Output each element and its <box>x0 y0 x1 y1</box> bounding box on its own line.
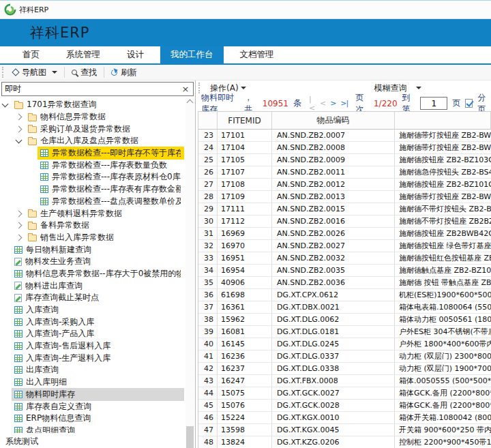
item-code-cell[interactable]: AN.SND.ZB2.0035 <box>272 265 395 277</box>
rownum-cell[interactable]: 40 <box>198 338 218 350</box>
item-code-cell[interactable]: DG.XT.GCK.0027 <box>272 387 395 400</box>
table-row[interactable]: 4813824DG.XT.KZG.0206控制柜 2200*900*450带10… <box>198 436 491 448</box>
item-code-cell[interactable]: AN.SND.ZB2.0015 <box>272 203 395 215</box>
tree-item[interactable]: 物料信息异常数据 <box>0 111 184 123</box>
find-button[interactable]: 查找 <box>66 65 102 80</box>
item-name-cell[interactable]: 施耐德按钮座 ZB2-BZ103C <box>395 154 491 166</box>
table-row[interactable]: 3661698DG.XT.CPX.0612机柜(ES柜)1900*600*500… <box>198 289 491 301</box>
tree-item[interactable]: 入库查询-采购入库 <box>0 316 184 328</box>
tree-item[interactable]: 盘点明细查询 <box>0 425 184 433</box>
tree-item[interactable]: 物料进出库查询 <box>0 280 184 292</box>
table-row[interactable]: 2317101AN.SND.ZB2.0007施耐德带灯按钮座 ZB2-BWM31… <box>198 130 491 142</box>
item-name-cell[interactable]: 机柜(ES柜)1900*600*500+100底 <box>395 289 491 301</box>
fitemid-cell[interactable]: 17101 <box>218 130 272 142</box>
item-code-cell[interactable]: DG.XT.CPX.0612 <box>272 289 395 301</box>
table-row[interactable]: 4316247DG.XT.FBX.0008箱体.0050555 (500*500… <box>198 375 491 387</box>
item-name-cell[interactable]: 施耐德急停按钮头 ZB2-BS44C <box>395 166 491 179</box>
item-code-cell[interactable]: AN.SND.ZB2.0012 <box>272 179 395 191</box>
rownum-cell[interactable]: 46 <box>198 412 218 424</box>
table-row[interactable]: 3716361DG.XT.DBX.0021箱体电表箱.1080064 (550*… <box>198 301 491 314</box>
goto-page-input[interactable] <box>420 97 447 110</box>
fitemid-cell[interactable]: 13598 <box>218 424 272 436</box>
nav-map-dropdown-caret[interactable] <box>52 71 57 74</box>
tree-item[interactable]: 异常数据检查---库存表原材料仓0库存金额异常 <box>0 171 184 183</box>
tab-document-management[interactable]: 文档管理 <box>230 46 284 63</box>
tree-item[interactable]: 异常数据检查---盘点表调整数单价及调整金额为 <box>0 196 184 208</box>
fitemid-cell[interactable]: 16951 <box>218 252 272 265</box>
item-code-cell[interactable]: DG.XT.KZG.0206 <box>272 436 395 448</box>
item-name-cell[interactable]: 施耐德不带灯按钮座 ZB2BZ101C <box>395 215 491 228</box>
table-row[interactable]: 3116969AN.SND.ZB2.0026施耐德按钮座 ZB2BWB42C <box>198 228 491 240</box>
table-row[interactable]: 3216970AN.SND.ZB2.0027施耐德按钮座 绿色带灯基座 ZB2B… <box>198 240 491 252</box>
item-name-cell[interactable]: 箱体.0050555 (500*500*230) <box>395 375 491 387</box>
table-row[interactable]: 4615224DG.XT.KGX.0010箱体开关箱.1080042 (800*… <box>198 412 491 424</box>
item-name-cell[interactable]: 施耐德按钮红色按钮基座 ZB2BWB <box>395 252 491 265</box>
rownum-cell[interactable]: 32 <box>198 240 218 252</box>
fitemid-cell[interactable]: 17112 <box>218 215 272 228</box>
prev-page-button[interactable]: < <box>320 99 325 108</box>
rownum-cell[interactable]: 48 <box>198 436 218 448</box>
tree-item[interactable]: 异常数据检查---即时库存不等于库存表库存 <box>0 147 184 160</box>
fitemid-cell[interactable]: 15962 <box>218 314 272 326</box>
expand-icon[interactable] <box>16 234 23 241</box>
item-name-cell[interactable]: 施耐德按钮座 ZB2BWB42C <box>395 228 491 240</box>
rownum-cell[interactable]: 39 <box>198 326 218 338</box>
rownum-cell[interactable]: 35 <box>198 277 218 289</box>
item-name-cell[interactable]: 施耐德带灯按钮座 ZB2-BWM42C <box>395 142 491 154</box>
rownum-cell[interactable]: 37 <box>198 301 218 314</box>
tree-item[interactable]: 备料异常数据 <box>0 220 184 232</box>
fitemid-cell[interactable]: 13824 <box>218 436 272 448</box>
item-name-cell[interactable]: 控制柜 2200*900*450带10#底座/ <box>395 436 491 448</box>
rownum-cell[interactable]: 30 <box>198 215 218 228</box>
item-code-cell[interactable]: AN.SND.ZB2.0009 <box>272 154 395 166</box>
tree-item-content[interactable]: 销售出入库异常数据 <box>25 231 184 244</box>
table-row[interactable]: 3017112AN.SND.ZB2.0016施耐德不带灯按钮座 ZB2BZ101… <box>198 215 491 228</box>
tree-item[interactable]: 每日物料新建查询 <box>0 243 184 256</box>
item-name-cell[interactable]: 施耐德带灯按钮座 ZB2-BWM41C <box>395 191 491 203</box>
item-code-cell[interactable]: AN.SND.ZB2.0011 <box>272 166 395 179</box>
rownum-cell[interactable]: 42 <box>198 363 218 375</box>
fitemid-cell[interactable]: 16970 <box>218 240 272 252</box>
expand-icon[interactable] <box>16 114 23 121</box>
item-code-cell[interactable]: DG.XT.DLG.0062 <box>272 314 395 326</box>
tree-item[interactable]: 出库查询 <box>0 364 184 376</box>
tree-item-content[interactable]: 盘点明细查询 <box>12 424 184 433</box>
tree-item-content[interactable]: 仓库出入库及盘点异常数据 <box>25 134 184 147</box>
tree-item[interactable]: 入库查询-售后退料入库 <box>0 340 184 353</box>
tree-item-content[interactable]: 采购订单及退货异常数据 <box>25 123 184 136</box>
table-row[interactable]: 2617107AN.SND.ZB2.0011施耐德急停按钮头 ZB2-BS44C <box>198 166 491 179</box>
table-row[interactable]: 2917111AN.SND.ZB2.0015施耐德不带灯按钮头 ZB2-BA5C… <box>198 203 491 215</box>
tree-item-content[interactable]: 入库查询-生产退料入库 <box>12 352 184 365</box>
tree-item-content[interactable]: 1701异常数据查询 <box>12 99 184 111</box>
expand-icon[interactable] <box>16 222 23 229</box>
fitemid-cell[interactable]: 16361 <box>218 301 272 314</box>
rownum-cell[interactable]: 26 <box>198 166 218 179</box>
rownum-cell[interactable]: 47 <box>198 424 218 436</box>
table-row[interactable]: 2417104AN.SND.ZB2.0008施耐德带灯按钮座 ZB2-BWM42… <box>198 142 491 154</box>
column-header-item-name[interactable] <box>395 112 491 130</box>
fitemid-cell[interactable]: 15076 <box>218 400 272 412</box>
tree-item-content[interactable]: 备料异常数据 <box>25 219 184 232</box>
tree-item[interactable]: 物料发生业务查询 <box>0 256 184 268</box>
rownum-cell[interactable]: 29 <box>198 203 218 215</box>
rownum-cell[interactable]: 45 <box>198 400 218 412</box>
fitemid-cell[interactable]: 40906 <box>218 277 272 289</box>
table-row[interactable]: 3316951AN.SND.ZB2.0032施耐德按钮红色按钮基座 ZB2BWB <box>198 252 491 265</box>
tree-item-content[interactable]: 每日物料新建查询 <box>12 243 184 256</box>
item-name-cell[interactable]: 施耐德不带灯按钮头 ZB2-BA5C 蓝 <box>395 203 491 215</box>
item-code-cell[interactable]: AN.SND.ZB2.0016 <box>272 215 395 228</box>
tree-item-content[interactable]: 库存查询截止某时点 <box>12 291 184 304</box>
rownum-cell[interactable]: 31 <box>198 228 218 240</box>
item-code-cell[interactable]: AN.SND.ZB2.0027 <box>272 240 395 252</box>
item-code-cell[interactable]: DG.XT.KGX.0045 <box>272 424 395 436</box>
column-header-item-code[interactable]: 物品编码 <box>272 112 395 130</box>
tab-home[interactable]: 首页 <box>12 46 50 63</box>
item-code-cell[interactable]: AN.SND.ZB2.0007 <box>272 130 395 142</box>
tree-item[interactable]: 库存表自定义查询 <box>0 400 184 413</box>
tab-my-workbench[interactable]: 我的工作台 <box>160 46 224 63</box>
tree-scrollbar[interactable] <box>185 99 194 448</box>
tree-item[interactable]: 采购订单及退货异常数据 <box>0 123 184 135</box>
tree-item[interactable]: 物料信息表异常数据--库存大于0被禁用的物料 <box>0 268 184 280</box>
item-name-cell[interactable]: 施耐德按钮座 绿色带灯基座 ZB2BW <box>395 240 491 252</box>
tree-item-content[interactable]: 物料发生业务查询 <box>12 255 184 268</box>
